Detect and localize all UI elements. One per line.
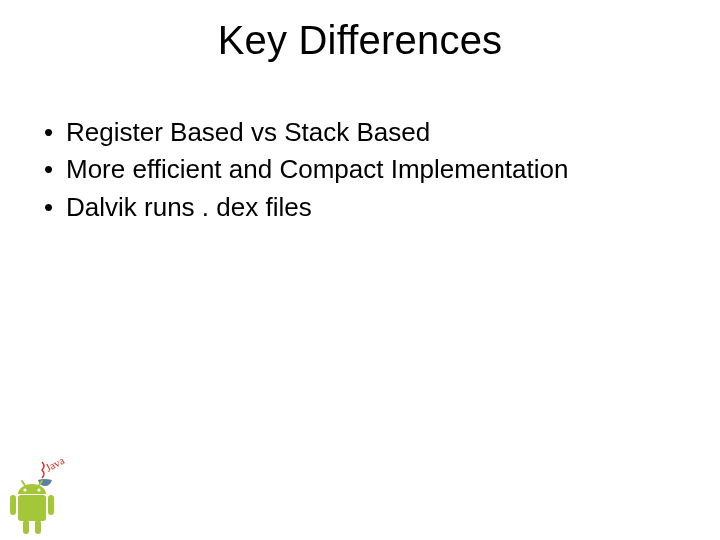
svg-rect-6 [48,495,54,515]
android-icon: Java [4,454,84,536]
bullet-item: Dalvik runs . dex files [44,191,676,224]
svg-point-3 [37,488,40,491]
android-robot-icon [10,481,54,534]
slide-title: Key Differences [0,18,720,63]
bullet-item: More efficient and Compact Implementatio… [44,153,676,186]
slide: Key Differences Register Based vs Stack … [0,0,720,540]
java-text: Java [43,454,66,474]
android-java-icon: Java [4,454,84,536]
svg-rect-8 [35,520,41,534]
svg-rect-5 [10,495,16,515]
svg-rect-4 [18,495,46,521]
svg-point-2 [23,488,26,491]
bullet-item: Register Based vs Stack Based [44,116,676,149]
svg-rect-7 [23,520,29,534]
bullet-list: Register Based vs Stack Based More effic… [44,116,676,224]
slide-body: Register Based vs Stack Based More effic… [44,116,676,228]
